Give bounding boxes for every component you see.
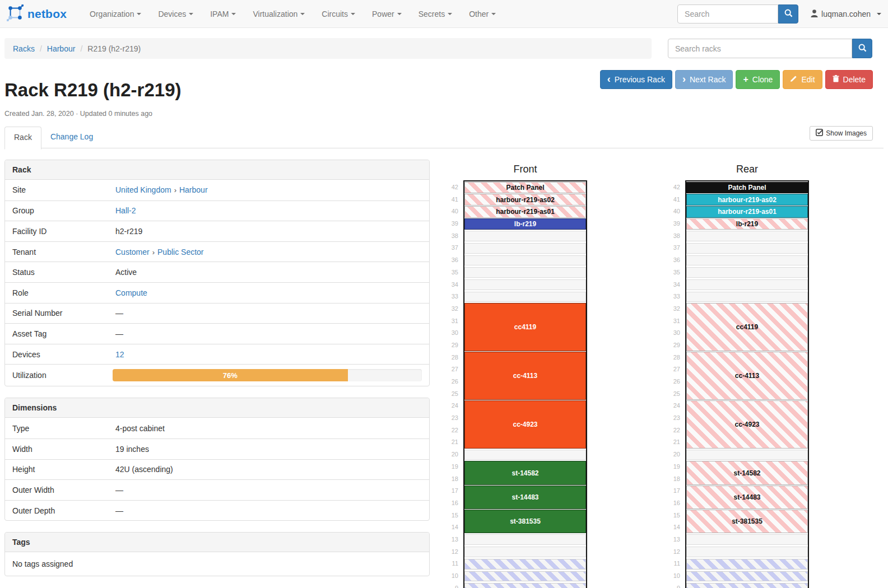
device-slot[interactable]: st-14483 [464,486,586,509]
unit-number: 9 [441,582,458,588]
unit-number: 26 [663,376,680,388]
empty-slot[interactable] [464,267,586,278]
device-slot[interactable]: st-14582 [464,461,586,484]
menu-item-organization[interactable]: Organization [81,0,150,28]
menu-item-ipam[interactable]: IPAM [202,0,244,28]
unit-number: 11 [663,558,680,570]
empty-slot[interactable] [464,231,586,241]
empty-slot[interactable] [686,279,808,290]
attribute-link[interactable]: 12 [115,350,124,359]
global-search-button[interactable] [778,4,798,24]
unit-number: 18 [441,473,458,486]
empty-slot[interactable] [686,547,808,557]
attribute-link[interactable]: United Kingdom [115,185,171,194]
show-images-button[interactable]: Show Images [810,126,873,141]
rack-search-input[interactable] [668,39,852,58]
attribute-row: GroupHall-2 [5,200,429,221]
netbox-logo[interactable]: netbox [0,4,72,23]
reserved-slot[interactable] [686,583,808,588]
device-slot[interactable]: cc-4113 [464,352,586,400]
attribute-link[interactable]: Customer [115,248,150,256]
rack-search-button[interactable] [852,39,872,58]
reserved-slot[interactable] [464,571,586,582]
attribute-link[interactable]: Hall-2 [115,206,136,215]
unit-number: 41 [663,194,680,206]
empty-slot[interactable] [686,231,808,241]
empty-slot[interactable] [464,255,586,266]
device-slot: cc-4923 [686,400,808,449]
unit-number: 35 [441,267,458,279]
device-slot[interactable]: Patch Panel [686,182,808,194]
menu-item-circuits[interactable]: Circuits [313,0,364,28]
unit-number: 23 [663,412,680,424]
unit-number: 27 [663,363,680,376]
attribute-label: Height [5,460,115,478]
tab-change-log[interactable]: Change Log [41,127,102,147]
unit-number: 41 [441,194,458,206]
attribute-label: Group [5,202,115,220]
unit-number: 28 [663,352,680,364]
device-slot[interactable]: harbour-r219-as02 [686,194,808,206]
attribute-link[interactable]: Harbour [179,185,208,194]
empty-slot[interactable] [686,243,808,254]
attribute-label: Site [5,181,115,199]
dimensions-panel-title: Dimensions [5,398,429,418]
attribute-value: — [115,304,429,322]
tab-rack[interactable]: Rack [4,127,41,150]
delete-button[interactable]: Delete [825,70,873,89]
unit-number: 28 [441,352,458,364]
chevron-down-icon [189,13,193,15]
pencil-icon [790,75,797,84]
device-slot: cc-4113 [686,352,808,400]
user-menu[interactable]: luqman.cohen [811,10,881,19]
empty-slot[interactable] [686,292,808,302]
unit-number: 11 [441,558,458,570]
empty-slot[interactable] [464,534,586,545]
reserved-slot[interactable] [464,583,586,588]
empty-slot[interactable] [464,292,586,302]
unit-number: 26 [441,376,458,388]
menu-item-devices[interactable]: Devices [150,0,202,28]
unit-number: 19 [663,461,680,473]
empty-slot[interactable] [464,450,586,460]
menu-item-label: Other [469,10,489,18]
rack-panel-title: Rack [5,160,429,180]
empty-slot[interactable] [686,450,808,460]
device-slot[interactable]: cc4119 [464,303,586,351]
edit-button[interactable]: Edit [783,70,822,89]
empty-slot[interactable] [464,243,586,254]
empty-slot[interactable] [686,534,808,545]
reserved-slot[interactable] [686,559,808,570]
device-slot: harbour-r219-as01 [464,206,586,218]
device-slot[interactable]: harbour-r219-as01 [686,206,808,218]
menu-item-label: Circuits [322,10,348,18]
previous-rack-button[interactable]: ‹ Previous Rack [600,70,672,89]
empty-slot[interactable] [464,279,586,290]
menu-item-power[interactable]: Power [364,0,410,28]
device-slot[interactable]: lb-r219 [464,218,586,230]
device-slot[interactable]: st-381535 [464,510,586,533]
menu-item-label: Virtualization [253,10,297,18]
attribute-row: RoleCompute [5,282,429,303]
clone-button[interactable]: + Clone [736,70,780,89]
attribute-label: Tenant [5,243,115,261]
attribute-link[interactable]: Public Sector [157,248,203,256]
empty-slot[interactable] [686,255,808,266]
breadcrumb-item[interactable]: Harbour [47,44,76,53]
reserved-slot[interactable] [464,559,586,570]
tags-panel-title: Tags [5,533,429,552]
menu-item-other[interactable]: Other [461,0,504,28]
next-rack-button[interactable]: › Next Rack [675,70,733,89]
empty-slot[interactable] [686,267,808,278]
global-search-input[interactable] [677,4,778,24]
device-slot[interactable]: cc-4923 [464,400,586,449]
reserved-slot[interactable] [686,571,808,582]
attribute-link[interactable]: Compute [115,288,147,297]
front-elevation: Front 4241403938373635343332313029282726… [441,164,587,588]
menu-item-secrets[interactable]: Secrets [410,0,461,28]
attribute-row: Type4-post cabinet [5,418,429,438]
unit-number: 24 [441,400,458,412]
breadcrumb-item[interactable]: Racks [13,44,35,53]
menu-item-virtualization[interactable]: Virtualization [244,0,313,28]
empty-slot[interactable] [464,547,586,557]
